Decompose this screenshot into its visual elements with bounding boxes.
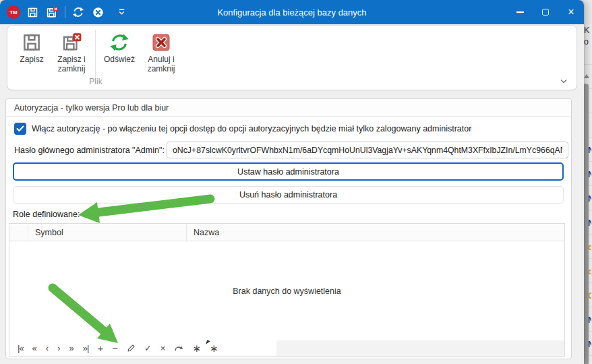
roles-grid: Symbol Nazwa Brak danych do wyświetlenia… <box>9 223 565 357</box>
nav-next-button[interactable]: › <box>57 344 60 353</box>
background-window-top <box>583 0 592 24</box>
app-logo: TM <box>7 5 20 19</box>
config-dialog-window: TM <box>0 0 584 364</box>
grid-header: Symbol Nazwa <box>9 224 564 241</box>
odswiez-button[interactable]: Odśwież <box>98 30 140 64</box>
titlebar: TM <box>0 0 584 24</box>
nav-edit-button[interactable] <box>127 344 136 353</box>
curved-arrow-icon <box>174 344 183 353</box>
nav-append-button[interactable]: + <box>97 343 103 353</box>
nav-cancel-edit-button[interactable]: × <box>160 344 166 353</box>
save-and-close-icon <box>46 6 59 19</box>
nav-first-button[interactable]: |« <box>18 344 24 353</box>
screen: K o N N N N o o O N N TM <box>0 0 592 364</box>
cancel-button[interactable] <box>91 5 105 20</box>
nav-refresh-button[interactable] <box>174 344 183 353</box>
refresh-icon <box>72 6 84 18</box>
navigator-filler <box>276 340 564 356</box>
zapisz-button[interactable]: Zapisz <box>13 30 51 64</box>
cancel-icon <box>92 7 104 18</box>
checkbox-label: Włącz autoryzację - po włączeniu tej opc… <box>32 124 471 133</box>
button-label: Anuluj i zamknij <box>140 55 182 73</box>
admin-password-row: Hasło głównego administratora "Admin": <box>14 142 165 158</box>
scrollbar-up-arrow-icon[interactable] <box>584 74 589 78</box>
minimize-button[interactable] <box>507 0 533 24</box>
close-button[interactable]: × <box>558 0 584 24</box>
ribbon-collapse-chevron-icon[interactable] <box>559 78 568 86</box>
nav-end-edit-button[interactable]: ✓ <box>144 344 152 353</box>
button-label: Zapisz <box>20 55 43 64</box>
floppy-save-icon <box>22 32 42 53</box>
set-admin-password-button[interactable]: Ustaw hasło administratora <box>13 162 564 181</box>
check-icon <box>16 125 24 132</box>
defined-roles-label: Role definiowane: <box>13 210 80 219</box>
maximize-icon <box>542 9 549 16</box>
anuluj-i-zamknij-button[interactable]: Anuluj i zamknij <box>140 30 182 73</box>
save-icon <box>27 7 38 18</box>
nav-previous-page-button[interactable]: « <box>32 344 37 353</box>
nav-locate-button[interactable]: ∗ <box>210 343 218 353</box>
column-header-nazwa[interactable]: Nazwa <box>187 224 564 241</box>
button-label: Zapisz i zamknij <box>51 55 92 73</box>
quick-access-dropdown-icon <box>117 8 126 16</box>
maximize-button[interactable] <box>533 0 558 24</box>
grid-empty-message: Brak danych do wyświetlenia <box>9 241 564 340</box>
section-header: Autoryzacja - tylko wersja Pro lub dla b… <box>6 99 571 117</box>
data-navigator: |« « ‹ › » »| + − ✓ × <box>9 340 564 356</box>
refresh-button[interactable] <box>71 5 85 20</box>
button-label: Odśwież <box>104 55 135 64</box>
authorization-section: Autoryzacja - tylko wersja Pro lub dla b… <box>5 98 572 359</box>
minimize-icon <box>516 11 524 13</box>
toolbar-separator <box>65 6 65 18</box>
pencil-icon <box>127 344 136 353</box>
admin-password-input[interactable] <box>167 142 568 158</box>
enable-authorization-checkbox[interactable] <box>14 123 26 135</box>
background-window: K o N N N N o o O N N <box>583 0 592 364</box>
quick-access-dropdown-button[interactable] <box>115 5 128 20</box>
floppy-save-close-icon <box>61 32 82 53</box>
close-icon: × <box>568 6 574 18</box>
nav-delete-button[interactable]: − <box>112 343 118 353</box>
zapisz-i-zamknij-button[interactable]: Zapisz i zamknij <box>51 30 92 73</box>
grid-indicator-column <box>9 224 28 241</box>
asterisk-icon: ∗ <box>210 343 218 353</box>
ribbon-separator <box>95 30 96 84</box>
remove-admin-password-button[interactable]: Usuń hasło administratora <box>13 186 564 204</box>
refresh-circular-green-icon <box>109 32 129 53</box>
nav-previous-button[interactable]: ‹ <box>46 344 49 353</box>
authorization-checkbox-row: Włącz autoryzację - po włączeniu tej opc… <box>14 122 471 135</box>
ribbon-group-plik: Zapisz Zapisz i zamknij <box>13 30 182 82</box>
save-button[interactable] <box>26 5 39 20</box>
nav-next-page-button[interactable]: » <box>69 344 74 353</box>
nav-filter-button[interactable]: ∗ <box>192 343 201 353</box>
background-text-fragment: K <box>584 26 589 35</box>
cancel-red-x-icon <box>151 32 171 53</box>
ribbon-group-label: Plik <box>13 77 179 86</box>
nav-last-button[interactable]: »| <box>83 344 89 353</box>
ribbon: Zapisz Zapisz i zamknij <box>7 25 577 90</box>
save-and-close-button[interactable] <box>45 5 59 20</box>
column-header-symbol[interactable]: Symbol <box>28 224 187 241</box>
admin-password-label: Hasło głównego administratora "Admin": <box>14 146 165 155</box>
window-controls: × <box>507 0 584 24</box>
quick-access-toolbar <box>26 0 128 24</box>
